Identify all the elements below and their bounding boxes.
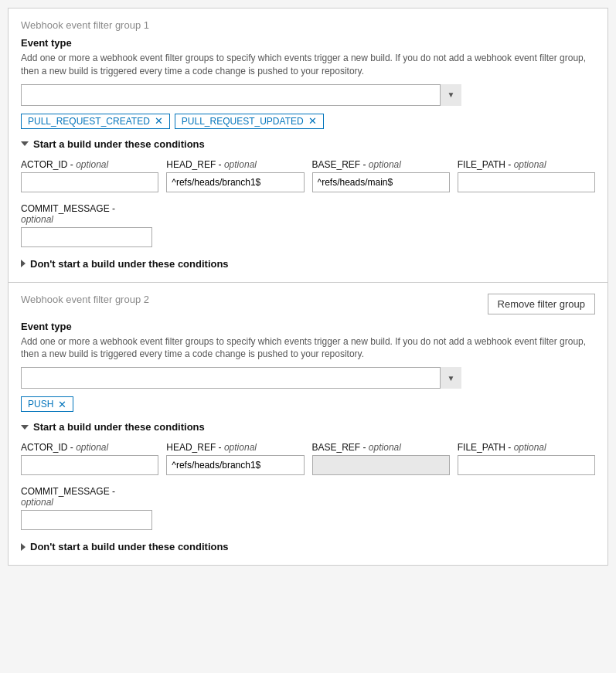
event-type-desc-2: Add one or more a webhook event filter g… — [21, 335, 595, 362]
tag-remove-button-1-1[interactable]: ✕ — [155, 116, 163, 126]
field-input-file_path_1[interactable] — [458, 172, 595, 192]
field-group-head_ref_1: HEAD_REF - optional — [166, 159, 304, 192]
field-label-head_ref_1: HEAD_REF - optional — [166, 159, 304, 170]
field-group-actor_id_1: ACTOR_ID - optional — [21, 159, 158, 192]
event-type-dropdown-2[interactable] — [21, 367, 461, 389]
field-input-base_ref_2[interactable] — [312, 455, 450, 475]
field-group-file_path_2: FILE_PATH - optional — [458, 442, 595, 475]
field-group-base_ref_2: BASE_REF - optional — [312, 442, 450, 475]
filter-group-1: Webhook event filter group 1Event typeAd… — [9, 8, 607, 283]
start-build-triangle-icon-2 — [21, 425, 29, 430]
dont-start-label-1: Don't start a build under these conditio… — [30, 258, 229, 270]
start-build-header-1[interactable]: Start a build under these conditions — [21, 138, 595, 150]
start-build-label-1: Start a build under these conditions — [33, 138, 205, 150]
commit-message-input-2[interactable] — [21, 510, 152, 530]
tag-label-1-1: PULL_REQUEST_CREATED — [28, 116, 150, 127]
field-input-base_ref_1[interactable] — [312, 172, 450, 192]
commit-message-input-1[interactable] — [21, 227, 152, 247]
field-label-actor_id_1: ACTOR_ID - optional — [21, 159, 158, 170]
field-label-base_ref_1: BASE_REF - optional — [312, 159, 450, 170]
group-title-2: Webhook event filter group 2 — [21, 294, 149, 305]
group-title-1: Webhook event filter group 1 — [21, 19, 149, 31]
field-label-head_ref_2: HEAD_REF - optional — [166, 442, 304, 453]
group-header-2: Webhook event filter group 2Remove filte… — [21, 294, 595, 314]
field-group-actor_id_2: ACTOR_ID - optional — [21, 442, 158, 475]
tag-1-1: PULL_REQUEST_CREATED✕ — [21, 114, 170, 129]
dont-start-triangle-icon-1 — [21, 260, 26, 267]
dont-start-header-2[interactable]: Don't start a build under these conditio… — [21, 541, 595, 552]
page-container: Webhook event filter group 1Event typeAd… — [8, 8, 608, 566]
field-group-head_ref_2: HEAD_REF - optional — [166, 442, 304, 475]
dont-start-header-1[interactable]: Don't start a build under these conditio… — [21, 258, 595, 270]
fields-grid-1: ACTOR_ID - optionalHEAD_REF - optionalBA… — [21, 159, 595, 192]
field-input-actor_id_1[interactable] — [21, 172, 158, 192]
tag-1-2: PULL_REQUEST_UPDATED✕ — [175, 114, 324, 129]
start-build-triangle-icon-1 — [21, 141, 29, 146]
dont-start-label-2: Don't start a build under these conditio… — [30, 541, 229, 552]
event-type-label-1: Event type — [21, 37, 595, 49]
field-group-file_path_1: FILE_PATH - optional — [458, 159, 595, 192]
field-group-base_ref_1: BASE_REF - optional — [312, 159, 450, 192]
event-type-dropdown-wrapper-1: ▼ — [21, 84, 461, 106]
remove-filter-group-button[interactable]: Remove filter group — [488, 294, 595, 314]
commit-message-group-2: COMMIT_MESSAGE -optional — [21, 486, 595, 530]
field-input-file_path_2[interactable] — [458, 455, 595, 475]
fields-grid-2: ACTOR_ID - optionalHEAD_REF - optionalBA… — [21, 442, 595, 475]
tag-label-1-2: PULL_REQUEST_UPDATED — [182, 116, 304, 127]
field-label-base_ref_2: BASE_REF - optional — [312, 442, 450, 453]
field-label-file_path_2: FILE_PATH - optional — [458, 442, 595, 453]
field-label-actor_id_2: ACTOR_ID - optional — [21, 442, 158, 453]
tag-remove-button-2-1[interactable]: ✕ — [58, 399, 66, 410]
event-type-dropdown-1[interactable] — [21, 84, 461, 106]
tags-row-1: PULL_REQUEST_CREATED✕PULL_REQUEST_UPDATE… — [21, 114, 595, 129]
tag-2-1: PUSH✕ — [21, 396, 73, 412]
commit-message-label-1: COMMIT_MESSAGE -optional — [21, 203, 595, 225]
commit-message-group-1: COMMIT_MESSAGE -optional — [21, 203, 595, 247]
event-type-label-2: Event type — [21, 321, 595, 332]
event-type-dropdown-wrapper-2: ▼ — [21, 367, 461, 389]
dont-start-triangle-icon-2 — [21, 543, 26, 551]
field-input-actor_id_2[interactable] — [21, 455, 158, 475]
commit-message-label-2: COMMIT_MESSAGE -optional — [21, 486, 595, 508]
start-build-header-2[interactable]: Start a build under these conditions — [21, 421, 595, 433]
filter-group-2: Webhook event filter group 2Remove filte… — [9, 283, 607, 566]
group-header-1: Webhook event filter group 1 — [21, 19, 595, 31]
field-label-file_path_1: FILE_PATH - optional — [458, 159, 595, 170]
event-type-desc-1: Add one or more a webhook event filter g… — [21, 52, 595, 78]
tag-remove-button-1-2[interactable]: ✕ — [308, 116, 317, 126]
field-input-head_ref_1[interactable] — [166, 172, 304, 192]
tag-label-2-1: PUSH — [28, 399, 53, 410]
field-input-head_ref_2[interactable] — [166, 455, 304, 475]
start-build-label-2: Start a build under these conditions — [33, 421, 205, 433]
tags-row-2: PUSH✕ — [21, 396, 595, 412]
